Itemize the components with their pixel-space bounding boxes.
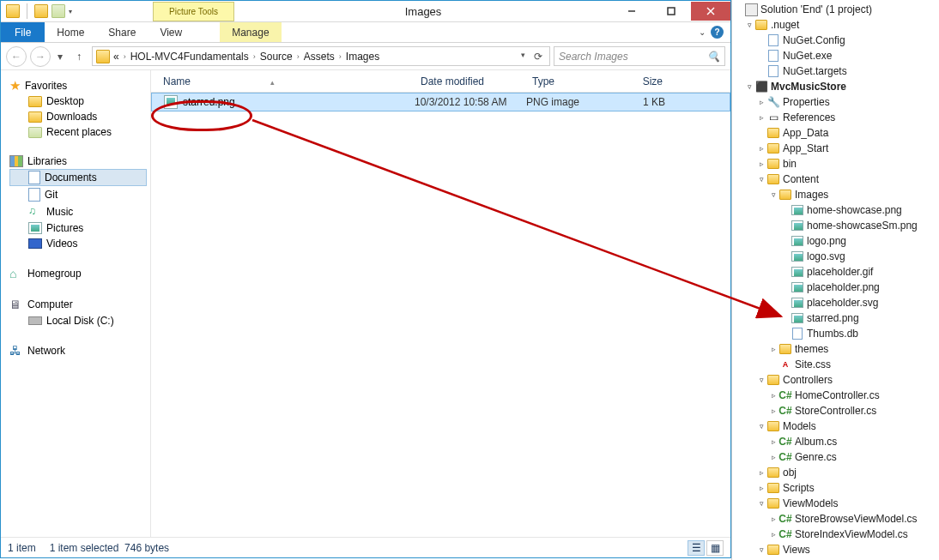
col-size[interactable]: Size	[621, 75, 669, 87]
solution-item[interactable]: C#StoreIndexViewModel.cs	[732, 527, 939, 542]
refresh-icon[interactable]: ⟳	[530, 51, 546, 63]
solution-item[interactable]: App_Data	[732, 125, 939, 141]
nav-favorites[interactable]: ★Favorites	[9, 77, 147, 93]
close-button[interactable]	[691, 2, 730, 21]
address-bar[interactable]: «› HOL-MVC4Fundamentals› Source› Assets›…	[92, 46, 550, 66]
context-tab-label: Picture Tools	[153, 2, 234, 21]
quick-access-toolbar: ▾	[1, 1, 72, 21]
nav-desktop[interactable]: Desktop	[9, 93, 147, 109]
solution-item[interactable]: Images	[732, 187, 939, 202]
solution-item[interactable]: Content	[732, 172, 939, 187]
solution-item[interactable]: Models	[732, 418, 939, 434]
nav-videos[interactable]: Videos	[9, 236, 147, 251]
col-name[interactable]: Name ▴	[156, 75, 414, 87]
crumb-1[interactable]: Source	[260, 51, 293, 63]
title-bar: ▾ Picture Tools Images	[1, 1, 730, 22]
solution-item[interactable]: obj	[732, 465, 939, 480]
solution-item[interactable]: bin	[732, 156, 939, 172]
solution-item[interactable]: home-showcaseSm.png	[732, 218, 939, 233]
qat-newfolder-icon[interactable]	[51, 4, 65, 18]
solution-item[interactable]: C#Album.cs	[732, 434, 939, 449]
solution-item[interactable]: starred.png	[732, 310, 939, 326]
file-date: 10/3/2012 10:58 AM	[415, 96, 526, 108]
solution-item[interactable]: Thumbs.db	[732, 326, 939, 341]
nav-music[interactable]: ♫Music	[9, 203, 147, 220]
ribbon-expand-icon[interactable]: ⌄	[699, 27, 706, 37]
minimize-button[interactable]	[612, 2, 651, 21]
history-dropdown-icon[interactable]: ▾	[54, 51, 66, 63]
solution-item[interactable]: C#StoreBrowseViewModel.cs	[732, 511, 939, 527]
solution-item[interactable]: placeholder.gif	[732, 264, 939, 280]
qat-properties-icon[interactable]	[34, 4, 48, 18]
crumb-overflow[interactable]: «	[113, 51, 119, 63]
crumb-0[interactable]: HOL-MVC4Fundamentals	[130, 51, 249, 63]
nav-libraries[interactable]: Libraries	[9, 154, 147, 169]
solution-item[interactable]: NuGet.exe	[732, 48, 939, 63]
nav-computer[interactable]: 🖥Computer	[9, 296, 147, 313]
solution-item[interactable]: NuGet.targets	[732, 63, 939, 79]
search-input[interactable]: Search Images 🔍	[554, 46, 725, 66]
solution-item[interactable]: .nuget	[732, 17, 939, 33]
view-large-button[interactable]: ▦	[706, 540, 724, 556]
forward-button[interactable]: →	[30, 46, 51, 67]
solution-item[interactable]: home-showcase.png	[732, 202, 939, 218]
search-icon: 🔍	[707, 51, 720, 63]
col-type[interactable]: Type	[525, 75, 621, 87]
solution-item[interactable]: ASite.css	[732, 357, 939, 372]
navigation-pane: ★Favorites Desktop Downloads Recent plac…	[1, 70, 151, 537]
ribbon-tabs: File Home Share View Manage ⌄ ?	[1, 22, 730, 43]
view-details-button[interactable]: ☰	[688, 540, 705, 556]
nav-documents[interactable]: Documents	[9, 169, 147, 186]
maximize-button[interactable]	[651, 2, 691, 21]
crumb-2[interactable]: Assets	[304, 51, 335, 63]
solution-item[interactable]: Controllers	[732, 372, 939, 388]
solution-item[interactable]: ▭References	[732, 110, 939, 125]
solution-item[interactable]: placeholder.png	[732, 280, 939, 295]
address-bar-row: ← → ▾ ↑ «› HOL-MVC4Fundamentals› Source›…	[1, 43, 730, 70]
solution-item[interactable]: logo.svg	[732, 249, 939, 264]
app-icon	[6, 4, 20, 18]
solution-item[interactable]: App_Start	[732, 141, 939, 156]
column-headers: Name ▴ Date modified Type Size	[151, 70, 730, 93]
solution-item[interactable]: C#Genre.cs	[732, 449, 939, 465]
nav-pictures[interactable]: Pictures	[9, 220, 147, 236]
ribbon-file-tab[interactable]: File	[1, 22, 45, 42]
solution-item[interactable]: Views	[732, 542, 939, 557]
address-dropdown-icon[interactable]: ▾	[518, 51, 529, 63]
status-bytes: 746 bytes	[124, 542, 169, 554]
solution-item[interactable]: 🔧Properties	[732, 94, 939, 110]
location-icon	[96, 50, 110, 63]
ribbon-tab-manage[interactable]: Manage	[220, 22, 281, 42]
solution-item[interactable]: logo.png	[732, 233, 939, 249]
crumb-3[interactable]: Images	[346, 51, 379, 63]
file-type: PNG image	[526, 96, 622, 108]
nav-homegroup[interactable]: ⌂Homegroup	[9, 265, 147, 282]
ribbon-tab-share[interactable]: Share	[96, 22, 148, 42]
file-icon	[164, 95, 178, 109]
solution-item[interactable]: themes	[732, 341, 939, 357]
solution-item[interactable]: placeholder.svg	[732, 295, 939, 310]
solution-item[interactable]: C#HomeController.cs	[732, 388, 939, 403]
file-row[interactable]: starred.png 10/3/2012 10:58 AM PNG image…	[151, 93, 730, 111]
nav-network[interactable]: 🖧Network	[9, 342, 147, 359]
back-button[interactable]: ←	[6, 46, 27, 67]
ribbon-tab-view[interactable]: View	[148, 22, 194, 42]
help-icon[interactable]: ?	[711, 26, 724, 39]
nav-local-disk[interactable]: Local Disk (C:)	[9, 313, 147, 328]
status-selection: 1 item selected	[50, 542, 119, 554]
solution-item[interactable]: ViewModels	[732, 496, 939, 511]
col-date[interactable]: Date modified	[414, 75, 525, 87]
solution-item[interactable]: Scripts	[732, 480, 939, 496]
nav-git[interactable]: Git	[9, 186, 147, 203]
ribbon-tab-home[interactable]: Home	[45, 22, 96, 42]
solution-root[interactable]: Solution 'End' (1 project)	[732, 2, 939, 17]
nav-recent-places[interactable]: Recent places	[9, 124, 147, 140]
qat-more-icon[interactable]: ▾	[69, 8, 72, 15]
solution-item[interactable]: ⬛MvcMusicStore	[732, 79, 939, 94]
nav-downloads[interactable]: Downloads	[9, 109, 147, 124]
solution-item[interactable]: NuGet.Config	[732, 33, 939, 48]
solution-item[interactable]: C#StoreController.cs	[732, 403, 939, 418]
up-button[interactable]: ↑	[70, 47, 88, 66]
file-size: 1 KB	[622, 96, 665, 108]
window-title: Images	[234, 5, 612, 18]
